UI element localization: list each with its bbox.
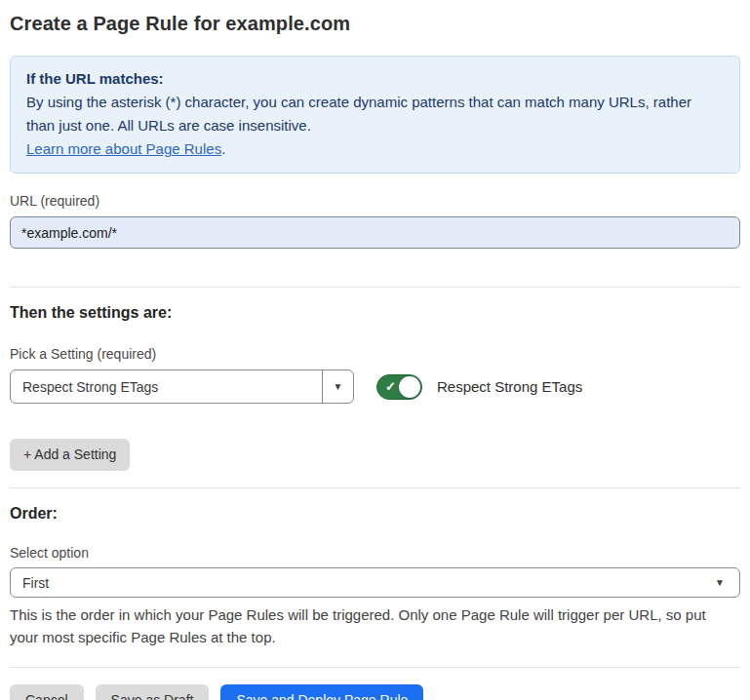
page-rule-form: Create a Page Rule for example.com If th… xyxy=(0,13,750,700)
order-select[interactable]: First ▼ xyxy=(10,567,740,598)
add-setting-button[interactable]: + Add a Setting xyxy=(10,439,130,471)
order-help-text: This is the order in which your Page Rul… xyxy=(10,603,736,648)
setting-select-arrow-button[interactable]: ▼ xyxy=(322,370,353,403)
order-select-value: First xyxy=(11,575,715,591)
link-suffix: . xyxy=(221,140,225,157)
page-title: Create a Page Rule for example.com xyxy=(10,13,740,35)
pick-setting-label: Pick a Setting (required) xyxy=(10,346,740,362)
chevron-down-icon: ▼ xyxy=(715,578,725,588)
save-and-deploy-button[interactable]: Save and Deploy Page Rule xyxy=(220,684,423,700)
order-section-heading: Order: xyxy=(10,505,740,523)
setting-select-value: Respect Strong ETags xyxy=(11,370,322,403)
save-as-draft-button[interactable]: Save as Draft xyxy=(96,684,210,700)
footer-divider xyxy=(10,667,740,668)
url-match-info-box: If the URL matches: By using the asteris… xyxy=(10,56,740,174)
cancel-button[interactable]: Cancel xyxy=(10,684,84,700)
etags-toggle-label: Respect Strong ETags xyxy=(437,378,582,395)
settings-section-heading: Then the settings are: xyxy=(10,304,740,322)
info-box-body: By using the asterisk (*) character, you… xyxy=(26,91,724,137)
url-input[interactable] xyxy=(10,216,740,249)
section-divider xyxy=(10,487,740,488)
order-select-label: Select option xyxy=(10,545,740,561)
check-icon: ✓ xyxy=(385,379,396,394)
info-box-link-line: Learn more about Page Rules. xyxy=(26,137,724,161)
form-actions: Cancel Save as Draft Save and Deploy Pag… xyxy=(10,684,740,700)
setting-select[interactable]: Respect Strong ETags ▼ xyxy=(10,369,354,404)
chevron-down-icon: ▼ xyxy=(334,382,343,392)
url-field-label: URL (required) xyxy=(10,193,740,209)
section-divider xyxy=(10,287,740,288)
info-box-heading: If the URL matches: xyxy=(26,67,724,91)
toggle-knob xyxy=(399,376,420,398)
learn-more-link[interactable]: Learn more about Page Rules xyxy=(26,140,221,157)
etags-toggle[interactable]: ✓ xyxy=(376,374,422,400)
setting-row: Respect Strong ETags ▼ ✓ Respect Strong … xyxy=(10,369,740,404)
